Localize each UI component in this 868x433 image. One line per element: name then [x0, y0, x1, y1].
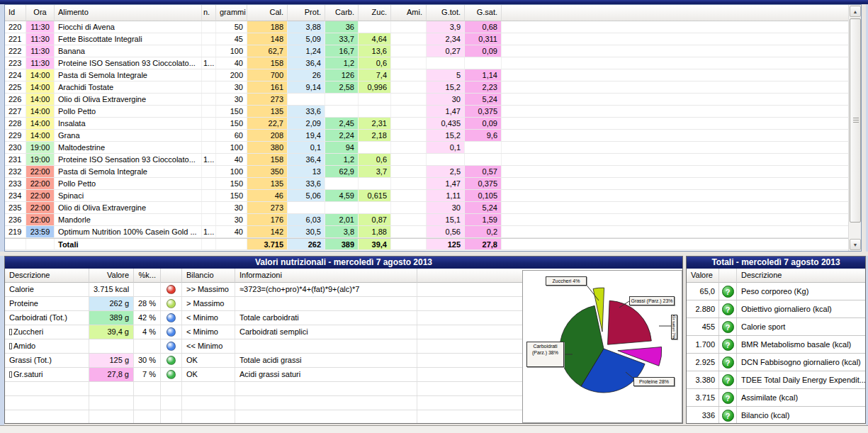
pie-label-gr-saturi: Gr.saturi 7%: [671, 315, 677, 339]
cell-gtot: 2,34: [427, 33, 465, 45]
column-header-alimento[interactable]: Alimento: [55, 5, 202, 21]
totals-table-header: Valore Descrizione: [687, 269, 865, 283]
cell-n: [202, 202, 216, 213]
column-header-status[interactable]: [161, 269, 182, 283]
help-icon[interactable]: ?: [722, 356, 734, 369]
cell-n: [202, 214, 216, 225]
food-row[interactable]: 22714:00Pollo Petto15013533,61,470,375: [5, 106, 848, 118]
pie-label-proteine: Proteine 28%: [633, 377, 675, 386]
cell-grammi: 150: [216, 178, 247, 189]
total-description: Bilancio (kcal): [737, 407, 865, 423]
total-description: TDEE Total Daily Energy Expendit...: [737, 371, 865, 388]
column-header-carb[interactable]: Carb.: [325, 5, 359, 21]
cell-alimento: Pasta di Semola Integrale: [55, 166, 202, 177]
cell-alimento: Totali: [55, 239, 202, 249]
food-row[interactable]: 22414:00Pasta di Semola Integrale2007002…: [5, 69, 848, 81]
food-row[interactable]: 23422:00Spinaci150465,064,590,6151,110,1…: [5, 190, 848, 202]
food-row[interactable]: 22914:00Grana6020819,42,242,1815,29,6: [5, 130, 848, 142]
food-row[interactable]: 23019:00Maltodestrine1003800,1940,1: [5, 142, 848, 154]
cell-id: 232: [5, 166, 26, 177]
help-icon[interactable]: ?: [722, 286, 734, 298]
food-row[interactable]: 21923:59Optimum Nutrition 100% Casein Go…: [5, 226, 848, 238]
nutrient-value: 27,8 g: [89, 368, 134, 381]
column-header-valore[interactable]: Valore: [687, 269, 719, 283]
column-header-descrizione[interactable]: Descrizione: [737, 269, 865, 283]
column-header-id[interactable]: Id: [5, 5, 26, 21]
food-row[interactable]: 23119:00Proteine ISO Sensation 93 Ciocco…: [5, 154, 848, 166]
empty-cell: [182, 382, 235, 395]
help-icon[interactable]: ?: [722, 410, 734, 422]
nutrient-pct-kcal: 30 %: [134, 354, 161, 367]
indent-marker-icon: [9, 343, 12, 349]
cell-filler: [502, 45, 848, 57]
food-row[interactable]: 22111:30Fette Biscottate Integrali451485…: [5, 33, 848, 45]
column-header-pct-kcal[interactable]: %k...: [134, 269, 161, 283]
column-header-ami[interactable]: Ami.: [391, 5, 427, 21]
cell-ora: 14:00: [26, 69, 55, 81]
cell-gsat: 0,375: [465, 106, 502, 117]
cell-n: [202, 45, 216, 57]
total-description: Peso corporeo (Kg): [737, 283, 865, 300]
help-icon[interactable]: ?: [722, 303, 734, 315]
food-row[interactable]: 23322:00Pollo Petto15013533,61,470,375: [5, 178, 848, 190]
column-header-bilancio[interactable]: Bilancio: [182, 269, 235, 283]
help-icon[interactable]: ?: [722, 321, 734, 333]
food-row[interactable]: 22211:30Banana10062,71,2416,713,60,270,0…: [5, 45, 848, 57]
nutrient-name: Zuccheri: [5, 325, 89, 339]
help-icon[interactable]: ?: [722, 339, 734, 351]
column-header-prot[interactable]: Prot.: [288, 5, 325, 21]
cell-n: [202, 69, 216, 81]
scroll-thumb[interactable]: [850, 18, 861, 223]
column-header-grammi[interactable]: grammi: [216, 5, 247, 21]
total-icon-cell: ?: [719, 283, 737, 300]
column-header-n[interactable]: n.: [202, 5, 216, 21]
cell-filler: [502, 33, 848, 45]
cell-alimento: Maltodestrine: [55, 142, 202, 153]
column-header-informazioni[interactable]: Informazioni: [235, 269, 417, 283]
scroll-up-button[interactable]: ▲: [850, 6, 861, 17]
column-header-descrizione[interactable]: Descrizione: [5, 269, 89, 283]
scroll-down-button[interactable]: ▼: [850, 239, 861, 250]
food-row[interactable]: 23222:00Pasta di Semola Integrale1003501…: [5, 166, 848, 178]
cell-gsat: 27,8: [465, 239, 502, 249]
nutrient-value: 389 g: [89, 311, 134, 325]
cell-ora: 14:00: [26, 106, 55, 117]
cell-ora: 19:00: [26, 154, 55, 165]
food-row[interactable]: 23622:00Mandorle301766,032,010,8715,11,5…: [5, 214, 848, 226]
food-row[interactable]: 22614:00Olio di Oliva Extravergine302733…: [5, 94, 848, 106]
total-value: 455: [687, 318, 719, 335]
help-icon[interactable]: ?: [722, 392, 734, 404]
food-row[interactable]: 22311:30Proteine ISO Sensation 93 Ciocco…: [5, 57, 848, 69]
cell-carb: 2,01: [325, 214, 359, 225]
totals-row: 2.880?Obiettivo giornaliero (kcal): [687, 300, 865, 318]
food-row[interactable]: 23522:00Olio di Oliva Extravergine302733…: [5, 202, 848, 214]
empty-cell: [89, 396, 134, 410]
nutrient-status-cell: [161, 354, 182, 367]
column-header-gsat[interactable]: G.sat.: [465, 5, 502, 21]
food-row[interactable]: 22011:30Fiocchi di Avena501883,88363,90,…: [5, 21, 848, 33]
nutrient-name: Gr.saturi: [5, 368, 89, 381]
cell-carb: 2,45: [325, 118, 359, 129]
nutrient-pct-kcal: [134, 283, 161, 296]
column-header-zuc[interactable]: Zuc.: [359, 5, 391, 21]
cell-gtot: [427, 57, 465, 69]
status-bar: [0, 425, 868, 433]
help-icon[interactable]: ?: [722, 374, 734, 386]
cell-cal: 161: [247, 81, 288, 93]
cell-filler: [502, 154, 848, 165]
cell-alimento: Arachidi Tostate: [55, 81, 202, 93]
cell-cal: 135: [247, 178, 288, 189]
cell-gsat: 0,09: [465, 118, 502, 129]
food-row[interactable]: 22814:00Insalata15022,72,092,452,310,435…: [5, 118, 848, 130]
column-header-ora[interactable]: Ora: [26, 5, 55, 21]
cell-zuc: 0,6: [359, 57, 391, 69]
column-header-gtot[interactable]: G.tot.: [427, 5, 465, 21]
food-row[interactable]: 22514:00Arachidi Tostate301619,142,580,9…: [5, 81, 848, 94]
column-header-cal[interactable]: Cal.: [247, 5, 288, 21]
cell-zuc: [359, 21, 391, 33]
column-header-valore[interactable]: Valore: [89, 269, 134, 283]
cell-carb: 62,9: [325, 166, 359, 177]
empty-cell: [161, 396, 182, 410]
vertical-scrollbar[interactable]: ▲ ▼: [848, 5, 861, 251]
cell-cal: 158: [247, 57, 288, 69]
